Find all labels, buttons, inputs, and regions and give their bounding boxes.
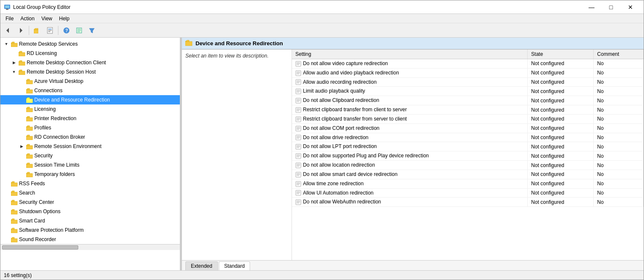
table-row[interactable]: Allow time zone redirection Not configur… — [292, 179, 644, 188]
tree-label: Licensing — [34, 106, 56, 112]
setting-comment: No — [594, 77, 644, 87]
svg-marker-3 — [6, 28, 9, 33]
forward-button[interactable] — [15, 25, 27, 36]
tab-extended[interactable]: Extended — [185, 261, 218, 270]
table-row[interactable]: Do not allow location redirection Not co… — [292, 161, 644, 170]
table-row[interactable]: Do not allow video capture redirection N… — [292, 59, 644, 69]
tree-item-security[interactable]: Security — [0, 151, 180, 160]
svg-marker-51 — [11, 191, 14, 192]
menu-action[interactable]: Action — [17, 15, 38, 22]
col-state[interactable]: State — [528, 49, 594, 59]
menu-file[interactable]: File — [2, 15, 17, 22]
tree-item-azure-virtual-desktop[interactable]: Azure Virtual Desktop — [0, 77, 180, 86]
setting-name: Restrict clipboard transfer from client … — [292, 105, 528, 115]
export-button[interactable] — [73, 25, 85, 36]
table-row[interactable]: Allow audio and video playback redirecti… — [292, 68, 644, 77]
menu-view[interactable]: View — [38, 15, 56, 22]
tree-item-profiles[interactable]: Profiles — [0, 123, 180, 132]
tree-panel[interactable]: ▼ Remote Desktop Services RD Licensing▶ … — [0, 38, 180, 270]
tree-item-sound-recorder[interactable]: Sound Recorder — [0, 235, 180, 244]
tree-item-smart-card[interactable]: Smart Card — [0, 216, 180, 225]
table-row[interactable]: Allow UI Automation redirection Not conf… — [292, 188, 644, 198]
tree-item-licensing[interactable]: Licensing — [0, 104, 180, 114]
tree-item-rd-licensing[interactable]: RD Licensing — [0, 49, 180, 58]
tree-label: Security — [34, 153, 52, 159]
tree-item-temporary-folders[interactable]: Temporary folders — [0, 170, 180, 179]
expand-btn[interactable]: ▶ — [11, 59, 17, 66]
table-row[interactable]: Restrict clipboard transfer from server … — [292, 114, 644, 124]
tree-item-remote-desktop-connection-client[interactable]: ▶ Remote Desktop Connection Client — [0, 58, 180, 67]
tree-hscroll[interactable] — [0, 244, 180, 250]
table-row[interactable]: Do not allow drive redirection Not confi… — [292, 133, 644, 142]
table-row[interactable]: Do not allow smart card device redirecti… — [292, 170, 644, 179]
folder-icon — [26, 162, 33, 168]
setting-name: Do not allow Clipboard redirection — [292, 96, 528, 105]
svg-rect-1 — [5, 5, 9, 8]
table-row[interactable]: Do not allow WebAuthn redirection Not co… — [292, 198, 644, 207]
collapse-btn[interactable]: ▼ — [11, 69, 17, 75]
menu-help[interactable]: Help — [56, 15, 73, 22]
tree-item-rd-connection-broker[interactable]: RD Connection Broker — [0, 132, 180, 142]
col-comment[interactable]: Comment — [594, 49, 644, 59]
svg-rect-24 — [19, 71, 25, 75]
setting-name: Allow time zone redirection — [292, 179, 528, 188]
expand-btn[interactable]: ▶ — [18, 143, 25, 150]
folder-icon — [11, 236, 18, 242]
setting-comment: No — [594, 105, 644, 115]
table-row[interactable]: Do not allow Clipboard redirection Not c… — [292, 96, 644, 105]
svg-rect-28 — [26, 90, 33, 93]
maximize-button[interactable]: □ — [601, 0, 621, 14]
svg-rect-42 — [26, 155, 33, 159]
table-row[interactable]: Restrict clipboard transfer from client … — [292, 105, 644, 115]
tree-label: Device and Resource Redirection — [34, 97, 110, 103]
setting-name: Limit audio playback quality — [292, 87, 528, 96]
table-row[interactable]: Do not allow supported Plug and Play dev… — [292, 151, 644, 161]
show-hide-tree-button[interactable] — [31, 25, 43, 36]
table-row[interactable]: Limit audio playback quality Not configu… — [292, 87, 644, 96]
tree-label: Smart Card — [19, 218, 45, 224]
folder-icon — [11, 41, 18, 47]
setting-name: Allow audio and video playback redirecti… — [292, 68, 528, 77]
tab-standard[interactable]: Standard — [219, 261, 250, 270]
filter-button[interactable] — [86, 25, 98, 36]
description-panel: Select an item to view its description. — [182, 49, 292, 260]
tree-item-search[interactable]: Search — [0, 188, 180, 198]
collapse-btn[interactable]: ▼ — [3, 41, 10, 47]
setting-state: Not configured — [528, 114, 594, 124]
tree-item-software-protection-platform[interactable]: Software Protection Platform — [0, 225, 180, 235]
tree-item-rss-feeds[interactable]: RSS Feeds — [0, 179, 180, 188]
tree-item-shutdown-options[interactable]: Shutdown Options — [0, 207, 180, 216]
minimize-button[interactable]: — — [582, 0, 601, 14]
folder-icon — [26, 153, 33, 159]
table-row[interactable]: Allow audio recording redirection Not co… — [292, 77, 644, 87]
tree-item-connections[interactable]: Connections — [0, 86, 180, 95]
help-button[interactable]: ? — [61, 25, 72, 36]
title-bar: Local Group Policy Editor — □ ✕ — [0, 0, 644, 14]
tree-item-printer-redirection[interactable]: Printer Redirection — [0, 114, 180, 123]
setting-name: Do not allow location redirection — [292, 161, 528, 170]
window-controls: — □ ✕ — [582, 0, 640, 14]
tree-item-session-time-limits[interactable]: Session Time Limits — [0, 160, 180, 170]
close-button[interactable]: ✕ — [621, 0, 640, 14]
svg-marker-25 — [19, 70, 22, 71]
tree-label: Security Center — [19, 199, 54, 205]
tree-item-security-center[interactable]: Security Center — [0, 198, 180, 207]
tree-item-device-and-resource-redirection[interactable]: Device and Resource Redirection — [0, 95, 180, 104]
folder-icon — [26, 134, 33, 140]
tree-item-remote-session-environment[interactable]: ▶ Remote Session Environment — [0, 142, 180, 151]
setting-comment: No — [594, 59, 644, 69]
setting-comment: No — [594, 68, 644, 77]
table-row[interactable]: Do not allow LPT port redirection Not co… — [292, 142, 644, 151]
svg-marker-17 — [89, 28, 94, 33]
tree-item-remote-desktop-session-host[interactable]: ▼ Remote Desktop Session Host — [0, 67, 180, 77]
setting-name: Allow audio recording redirection — [292, 77, 528, 87]
tree-item-remote-desktop-services[interactable]: ▼ Remote Desktop Services — [0, 39, 180, 49]
tree-label: RSS Feeds — [19, 181, 45, 187]
table-row[interactable]: Do not allow COM port redirection Not co… — [292, 124, 644, 133]
svg-marker-6 — [34, 28, 38, 30]
back-button[interactable] — [2, 25, 14, 36]
description-text: Select an item to view its description. — [185, 53, 269, 59]
col-setting[interactable]: Setting — [292, 49, 528, 59]
settings-table-area[interactable]: Setting State Comment Do not allow video… — [292, 49, 644, 260]
properties-button[interactable] — [44, 25, 56, 36]
